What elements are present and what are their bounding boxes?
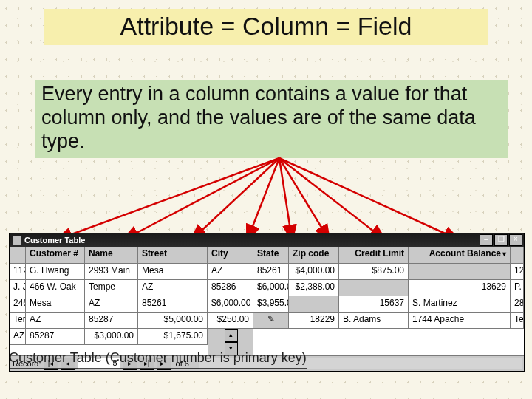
- cell-account-balance[interactable]: $250.00: [208, 313, 253, 329]
- col-customer-number[interactable]: Customer #: [26, 247, 85, 264]
- cell-zip[interactable]: 85261: [253, 264, 289, 280]
- cell-street[interactable]: 466 W. Oak: [26, 280, 85, 296]
- cell-state[interactable]: AZ: [138, 280, 208, 296]
- col-account-balance[interactable]: Account Balance▾: [409, 247, 511, 264]
- cell-city[interactable]: Mesa: [138, 264, 208, 280]
- cell-credit-limit[interactable]: $6,000.00: [253, 280, 289, 296]
- row-selector[interactable]: [339, 280, 409, 296]
- cell-customer-number[interactable]: 15637: [339, 296, 409, 313]
- cell-name[interactable]: S. Martinez: [409, 296, 511, 313]
- minimize-button[interactable]: –: [480, 234, 493, 246]
- cell-zip[interactable]: 85287: [85, 313, 138, 329]
- data-grid: Customer # Name Street City State Zip co…: [10, 247, 524, 355]
- cell-city[interactable]: Tempe: [511, 313, 524, 329]
- cell-street[interactable]: 2866 Spring: [511, 296, 524, 313]
- cell-zip[interactable]: 85286: [208, 280, 253, 296]
- cell-city[interactable]: Tempe: [85, 280, 138, 296]
- column-arrows: [0, 154, 532, 244]
- cell-account-balance[interactable]: $875.00: [339, 264, 409, 280]
- col-account-balance-label: Account Balance: [429, 248, 501, 259]
- slide-description: Every entry in a column contains a value…: [35, 80, 508, 158]
- cell-zip[interactable]: 85261: [138, 296, 208, 313]
- cell-customer-number[interactable]: 13629: [409, 280, 511, 296]
- cell-credit-limit[interactable]: $4,000.00: [289, 264, 339, 280]
- cell-credit-limit[interactable]: $5,000.00: [138, 313, 208, 329]
- col-city[interactable]: City: [208, 247, 253, 264]
- cell-state[interactable]: AZ: [85, 296, 138, 313]
- cell-name[interactable]: P. Szabo: [511, 280, 524, 296]
- col-credit-limit[interactable]: Credit Limit: [339, 247, 409, 264]
- cell-city[interactable]: Tempe: [10, 313, 26, 329]
- cell-zip[interactable]: 85287: [26, 329, 85, 345]
- cell-state[interactable]: AZ: [208, 264, 253, 280]
- window-title: Customer Table: [24, 236, 480, 245]
- col-name[interactable]: Name: [85, 247, 138, 264]
- maximize-button[interactable]: ❐: [494, 234, 508, 246]
- cell-street[interactable]: 1744 Apache: [409, 313, 511, 329]
- window-icon: [13, 236, 21, 245]
- chevron-down-icon: ▾: [502, 250, 506, 258]
- cell-state[interactable]: AZ: [10, 329, 26, 345]
- scroll-up-button[interactable]: ▴: [225, 329, 238, 342]
- cell-name[interactable]: G. Hwang: [26, 264, 85, 280]
- cell-customer-number[interactable]: 11255: [10, 264, 26, 280]
- cell-account-balance[interactable]: $2,388.00: [289, 280, 339, 296]
- col-state[interactable]: State: [253, 247, 289, 264]
- cell-city[interactable]: Mesa: [26, 296, 85, 313]
- cell-customer-number[interactable]: 18229: [289, 313, 339, 329]
- grid-corner[interactable]: [10, 247, 26, 264]
- cell-name[interactable]: J. Jackson: [10, 280, 26, 296]
- row-selector[interactable]: [289, 296, 339, 313]
- cell-credit-limit[interactable]: $6,000.00: [208, 296, 253, 313]
- row-selector[interactable]: [511, 247, 524, 264]
- window-titlebar: Customer Table – ❐ ×: [10, 233, 524, 247]
- col-zip[interactable]: Zip code: [289, 247, 339, 264]
- cell-account-balance[interactable]: $3,955.00: [253, 296, 289, 313]
- cell-street[interactable]: 246 E. Palm: [10, 296, 26, 313]
- cell-name[interactable]: B. Adams: [339, 313, 409, 329]
- slide-title: Attribute = Column = Field: [44, 9, 488, 45]
- cell-credit-limit[interactable]: $3,000.00: [85, 329, 138, 345]
- row-selector[interactable]: [409, 264, 511, 280]
- cell-state[interactable]: AZ: [26, 313, 85, 329]
- close-button[interactable]: ×: [509, 234, 522, 246]
- row-selector[interactable]: ✎: [253, 313, 289, 329]
- figure-caption: Customer Table (Customer number is prima…: [9, 350, 307, 369]
- cell-account-balance[interactable]: $1,675.00: [138, 329, 208, 345]
- col-street[interactable]: Street: [138, 247, 208, 264]
- cell-street[interactable]: 2993 Main: [85, 264, 138, 280]
- cell-customer-number[interactable]: 12971: [511, 264, 524, 280]
